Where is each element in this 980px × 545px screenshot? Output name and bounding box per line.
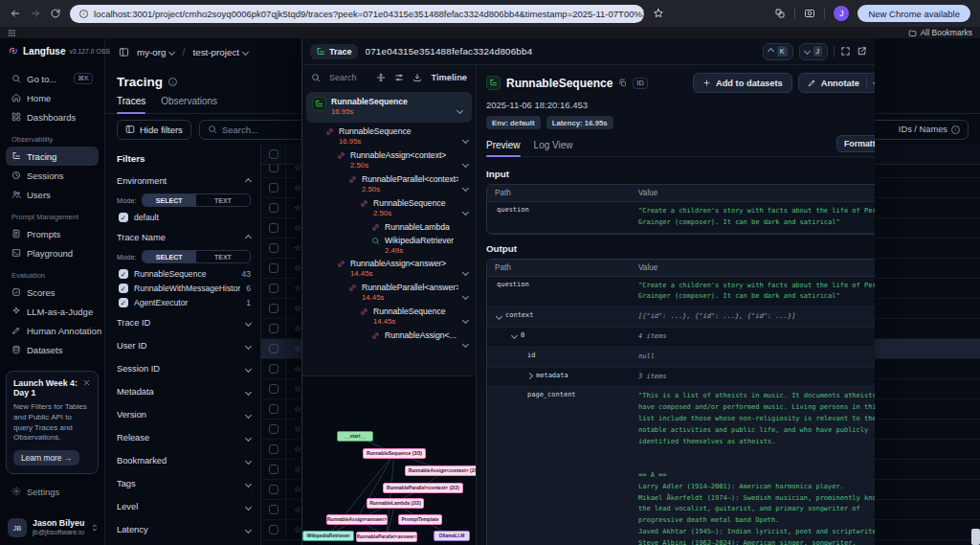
tab-log-view[interactable]: Log View [534, 137, 573, 156]
row-checkbox[interactable] [269, 465, 278, 474]
graph-node[interactable]: PromptTemplate [398, 514, 442, 525]
chevron-down-icon[interactable] [463, 198, 472, 218]
row-checkbox[interactable] [269, 525, 278, 534]
filter-section-header[interactable]: Trace ID [117, 313, 251, 332]
tree-span-row[interactable]: RunnableSequence14.45s [306, 303, 472, 327]
bookmark-star-icon[interactable]: ☆ [294, 364, 301, 374]
nav-prev-trace-button[interactable]: K [763, 43, 793, 60]
chevron-down-icon[interactable] [463, 259, 472, 279]
filter-option[interactable]: ✓AgentExecutor1 [117, 296, 251, 309]
learn-more-button[interactable]: Learn more → [13, 450, 79, 466]
timeline-toggle[interactable]: Timeline [431, 73, 467, 82]
graph-node[interactable]: RunnableAssign<answer> [326, 514, 388, 525]
graph-node[interactable]: WikipediaRetriever [302, 531, 354, 541]
sidebar-item-prompts[interactable]: Prompts [6, 224, 99, 243]
sidebar-item-playground[interactable]: Playground [6, 243, 99, 262]
row-checkbox[interactable] [269, 243, 278, 253]
filter-section-header[interactable]: Bookmarked [117, 451, 251, 470]
chevron-down-icon[interactable] [463, 126, 472, 147]
tree-span-row[interactable]: RunnableAssign<... [306, 327, 472, 351]
filter-section-header[interactable]: Level [117, 497, 251, 516]
chevron-down-icon[interactable] [873, 79, 875, 86]
copy-icon[interactable] [618, 79, 627, 87]
chevron-down-icon[interactable] [457, 97, 466, 117]
settings-sliders-icon[interactable] [394, 73, 404, 82]
sidebar-item-tracing[interactable]: Tracing [6, 147, 99, 166]
chevron-down-icon[interactable] [463, 330, 472, 351]
row-checkbox[interactable] [269, 485, 278, 494]
tree-span-row[interactable]: RunnableAssign<context>2.50s [306, 147, 472, 170]
mode-toggle[interactable]: SELECT TEXT [142, 193, 251, 207]
browser-profile-avatar[interactable]: J [834, 6, 849, 21]
tree-span-row[interactable]: RunnableParallel<context>2.50s [306, 170, 472, 194]
add-to-datasets-button[interactable]: Add to datasets [693, 73, 792, 93]
graph-node[interactable]: RunnableSequence (3/3) [363, 448, 426, 459]
apps-grid-icon[interactable] [8, 29, 16, 37]
bookmark-star-icon[interactable]: ☆ [294, 344, 301, 353]
tree-span-row[interactable]: WikipediaRetriever2.49s [306, 232, 472, 255]
filter-section-header[interactable]: Tags [117, 474, 251, 493]
filter-section-header[interactable]: Metadata [117, 382, 251, 401]
expand-spans-icon[interactable] [376, 73, 386, 82]
chevron-down-icon[interactable] [463, 307, 472, 327]
nav-next-trace-button[interactable]: J [799, 43, 829, 60]
sidebar-toggle-icon[interactable] [119, 47, 129, 57]
open-external-icon[interactable] [857, 46, 867, 57]
filter-section-header[interactable]: Release [117, 428, 251, 447]
browser-refresh-button[interactable] [50, 8, 61, 19]
chevron-down-icon[interactable] [463, 150, 472, 170]
row-checkbox[interactable] [269, 505, 278, 514]
output-row[interactable]: question"Create a children's story with … [487, 277, 875, 308]
user-menu[interactable]: JB Jason Bilyeu jb@jbsoftware.io [0, 514, 104, 545]
tree-span-row[interactable]: RunnableLambda [306, 218, 472, 232]
id-chip[interactable]: ID [633, 78, 647, 89]
output-row[interactable]: page_content"This is a list of atheists … [487, 387, 875, 545]
graph-node[interactable]: RunnableAssign<context> (2/2) [405, 466, 476, 476]
tree-span-row[interactable]: RunnableSequence2.50s [306, 194, 472, 218]
bookmark-star-icon[interactable]: ☆ [294, 525, 301, 534]
input-row[interactable]: question "Create a children's story with… [487, 202, 875, 234]
row-checkbox[interactable] [269, 384, 278, 394]
tree-span-row[interactable]: RunnableParallel<answer>14.45s [306, 279, 472, 303]
chevron-down-icon[interactable] [496, 313, 502, 320]
scrollbar-thumb[interactable] [971, 529, 980, 545]
search-scope-select[interactable]: IDs / Names i [899, 125, 960, 134]
bookmark-star-icon[interactable]: ☆ [294, 203, 301, 213]
graph-node[interactable]: __start__ [337, 431, 373, 442]
bookmark-star-icon[interactable]: ☆ [294, 424, 301, 434]
bookmark-star-icon[interactable]: ☆ [294, 263, 301, 273]
breadcrumb-project[interactable]: test-project [193, 47, 248, 57]
formatted-select[interactable]: Formatted [836, 135, 875, 152]
chevron-down-icon[interactable] [463, 174, 472, 194]
trace-graph[interactable]: __start__RunnableSequence (3/3)RunnableA… [302, 375, 476, 545]
filter-section-header[interactable]: Latency [117, 520, 251, 539]
bookmark-star-icon[interactable]: ☆ [294, 223, 301, 233]
output-row[interactable]: metadata3 items [487, 368, 875, 388]
filter-option[interactable]: ✓RunnableSequence43 [117, 267, 251, 281]
annotate-button[interactable]: Annotate [798, 73, 875, 93]
goto-search-button[interactable]: Go to... ⌘K [6, 69, 99, 88]
sidebar-item-scores[interactable]: Scores [6, 283, 99, 302]
bookmark-star-icon[interactable]: ☆ [294, 444, 301, 454]
bookmark-star-icon[interactable]: ☆ [294, 284, 301, 293]
bookmark-star-icon[interactable]: ☆ [294, 465, 301, 474]
row-checkbox[interactable] [269, 344, 278, 353]
output-row[interactable]: idnull [487, 348, 875, 368]
browser-back-button[interactable] [10, 8, 21, 19]
row-checkbox[interactable] [269, 263, 278, 273]
chevron-right-icon[interactable] [526, 373, 533, 379]
graph-node[interactable]: RunnableLambda (2/2) [367, 498, 424, 509]
tree-span-row[interactable]: RunnableSequence16.95s [306, 123, 472, 147]
bookmark-star-icon[interactable]: ☆ [294, 304, 301, 313]
breadcrumb-org[interactable]: my-org [137, 47, 174, 57]
extension-icon[interactable] [774, 8, 786, 19]
tab-preview[interactable]: Preview [486, 137, 521, 156]
download-icon[interactable] [412, 73, 422, 82]
bookmark-star-icon[interactable] [653, 8, 664, 19]
bookmark-star-icon[interactable]: ☆ [294, 183, 301, 193]
row-checkbox[interactable] [269, 284, 278, 293]
row-checkbox[interactable] [269, 444, 278, 454]
filter-section-environment[interactable]: Environment [117, 171, 251, 191]
sidebar-item-human-annotation[interactable]: Human Annotation [6, 321, 99, 340]
row-checkbox[interactable] [269, 424, 278, 434]
